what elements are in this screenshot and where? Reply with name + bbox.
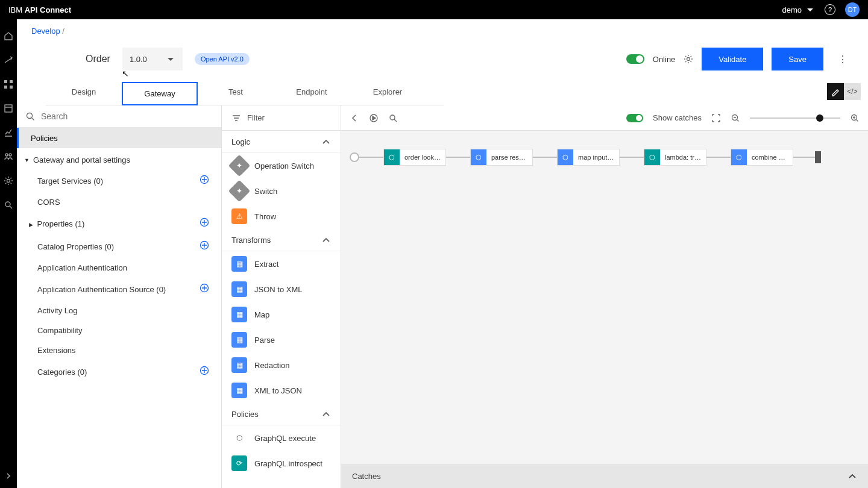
develop-icon[interactable] [4, 55, 13, 65]
node-type-icon: ⬡ [384, 149, 400, 165]
node-type-icon: ⬡ [558, 149, 573, 165]
palette-group-header[interactable]: Policies [222, 403, 341, 425]
tree-group-header[interactable]: ▼ Gateway and portal settings [17, 151, 221, 169]
search-nav-icon[interactable] [4, 200, 13, 210]
palette-item[interactable]: ▦Redaction [222, 352, 341, 378]
tab-design[interactable]: Design [46, 81, 122, 105]
svg-rect-0 [4, 80, 7, 83]
user-dropdown[interactable]: demo [782, 5, 815, 14]
tree-item[interactable]: Catalog Properties (0) [17, 235, 221, 258]
flow-node[interactable]: ⬡order lookup [383, 149, 446, 166]
svg-rect-3 [10, 86, 13, 89]
palette-item[interactable]: ⚠Throw [222, 204, 341, 229]
tree-item[interactable]: Compatibility [17, 321, 221, 340]
canvas-search-icon[interactable] [388, 113, 398, 123]
tab-test[interactable]: Test [198, 81, 274, 105]
back-icon[interactable] [350, 113, 359, 123]
settings-nav-icon[interactable] [4, 176, 13, 186]
flow-node[interactable]: ⬡map input to lam... [557, 149, 620, 166]
tree-item[interactable]: Categories (0) [17, 360, 221, 383]
flow-node[interactable]: ⬡combine data for... [731, 149, 793, 166]
breadcrumb: Develop / [31, 27, 854, 36]
filter-icon[interactable] [231, 113, 241, 123]
members-icon[interactable] [4, 152, 13, 161]
expand-nav-icon[interactable] [4, 471, 13, 481]
analytics-icon[interactable] [4, 128, 13, 137]
show-catches-label: Show catches [653, 113, 702, 122]
online-toggle[interactable] [626, 54, 644, 64]
overflow-menu-icon[interactable]: ⋮ [832, 54, 854, 65]
caret-right-icon: ▶ [29, 222, 35, 228]
svg-point-9 [687, 58, 690, 61]
apps-icon[interactable] [4, 80, 13, 89]
node-label: combine data for... [747, 154, 793, 161]
policy-palette: Filter Logic✦Operation Switch✦Switch⚠Thr… [222, 105, 341, 488]
data-icon[interactable] [4, 104, 13, 113]
add-icon[interactable] [200, 175, 209, 187]
tree-item[interactable]: Application Authentication Source (0) [17, 278, 221, 301]
assembly-canvas[interactable]: ⬡order lookup⬡parse response⬡map input t… [341, 131, 868, 488]
chevron-up-icon [321, 409, 331, 419]
palette-group-header[interactable]: Logic [222, 131, 341, 153]
palette-item[interactable]: ▦Map [222, 302, 341, 327]
palette-item[interactable]: ✦Switch [222, 178, 341, 204]
tab-explorer[interactable]: Explorer [350, 81, 426, 105]
fit-view-icon[interactable] [711, 113, 721, 123]
flow-node[interactable]: ⬡parse response [470, 149, 533, 166]
sidepanel-policies-section[interactable]: Policies [17, 128, 221, 148]
settings-icon[interactable] [684, 54, 693, 64]
validate-button[interactable]: Validate [702, 48, 763, 70]
tab-endpoint[interactable]: Endpoint [274, 81, 350, 105]
breadcrumb-link[interactable]: Develop [31, 27, 60, 36]
add-icon[interactable] [200, 240, 209, 252]
source-mode-button[interactable]: </> [844, 83, 861, 100]
palette-item[interactable]: ⬡GraphQL execute [222, 425, 341, 451]
flow-start-node[interactable] [350, 152, 359, 162]
online-label: Online [653, 55, 676, 64]
svg-point-7 [7, 180, 10, 183]
tree-item[interactable]: Extensions [17, 340, 221, 360]
version-dropdown[interactable]: 1.0.0 [122, 48, 183, 70]
flow-end-node[interactable] [815, 151, 821, 163]
zoom-slider[interactable] [750, 117, 840, 119]
palette-item[interactable]: ✦Operation Switch [222, 153, 341, 178]
tab-gateway[interactable]: Gateway [122, 82, 198, 105]
home-icon[interactable] [4, 31, 13, 41]
palette-item[interactable]: ▦XML to JSON [222, 378, 341, 403]
avatar[interactable]: DT [845, 2, 860, 17]
left-nav [0, 19, 17, 488]
chevron-up-icon [321, 137, 331, 146]
palette-group-header[interactable]: Transforms [222, 229, 341, 251]
zoom-out-icon[interactable] [731, 113, 740, 123]
tree-item[interactable]: Application Authentication [17, 258, 221, 278]
node-label: parse response [486, 154, 532, 161]
tree-item[interactable]: CORS [17, 192, 221, 212]
palette-item[interactable]: ▦JSON to XML [222, 277, 341, 302]
flow-node[interactable]: ⬡lambda: track sh... [644, 149, 706, 166]
play-icon[interactable] [369, 113, 379, 123]
search-input[interactable] [41, 111, 213, 121]
add-icon[interactable] [200, 283, 209, 295]
add-icon[interactable] [200, 366, 209, 378]
api-name: Order [86, 54, 110, 64]
palette-item[interactable]: ▦Extract [222, 251, 341, 277]
save-button[interactable]: Save [772, 48, 823, 70]
api-spec-badge: Open API v2.0 [195, 53, 250, 65]
tree-item[interactable]: Target Services (0) [17, 169, 221, 192]
node-type-icon: ⬡ [644, 149, 660, 165]
catches-panel[interactable]: Catches [341, 464, 868, 488]
svg-point-8 [5, 202, 10, 207]
design-mode-button[interactable] [827, 83, 844, 100]
settings-sidepanel: Policies ▼ Gateway and portal settings T… [17, 105, 222, 488]
tree-item[interactable]: ▶ Properties (1) [17, 212, 221, 235]
add-icon[interactable] [200, 217, 209, 230]
canvas-toolbar: Show catches [341, 105, 868, 131]
tree-item[interactable]: Activity Log [17, 301, 221, 321]
palette-item[interactable]: ⟳GraphQL introspect [222, 451, 341, 476]
zoom-in-icon[interactable] [850, 113, 860, 123]
show-catches-toggle[interactable] [626, 114, 643, 122]
brand: IBM API Connect [8, 5, 71, 14]
palette-item[interactable]: ▦Parse [222, 327, 341, 352]
help-icon[interactable]: ? [825, 4, 835, 15]
node-label: order lookup [400, 154, 445, 161]
